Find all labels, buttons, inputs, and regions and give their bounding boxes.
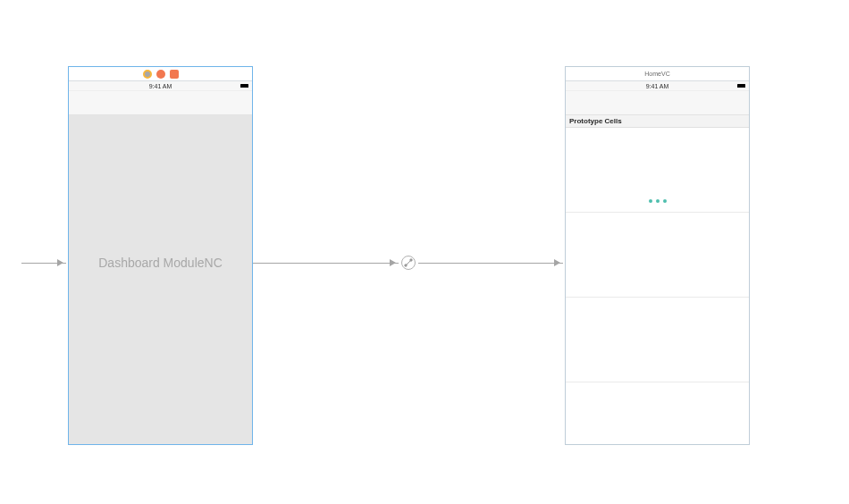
status-bar: 9:41 AM <box>69 81 252 91</box>
prototype-cell[interactable] <box>566 213 749 298</box>
viewcontroller-placeholder-label: Dashboard ModuleNC <box>98 256 223 270</box>
scene-titlebar[interactable]: HomeVC <box>566 67 749 81</box>
scene-titlebar[interactable] <box>69 67 252 81</box>
svg-point-1 <box>410 259 412 261</box>
segue-node[interactable] <box>401 256 416 270</box>
exit-icon[interactable] <box>170 70 179 79</box>
initial-viewcontroller-arrow[interactable] <box>21 263 66 264</box>
navigation-bar[interactable] <box>566 91 749 115</box>
scene-icons <box>143 70 179 79</box>
viewcontroller-home[interactable]: HomeVC 9:41 AM Prototype Cells <box>565 66 750 445</box>
segue-arrow-right[interactable] <box>418 263 563 264</box>
status-bar: 9:41 AM <box>566 81 749 91</box>
storyboard-canvas[interactable]: 9:41 AM Dashboard ModuleNC HomeVC 9:41 A… <box>0 0 849 504</box>
first-responder-icon[interactable] <box>156 70 165 79</box>
status-time: 9:41 AM <box>149 83 172 89</box>
battery-icon <box>737 84 745 88</box>
battery-icon <box>240 84 248 88</box>
page-dot <box>656 199 660 203</box>
prototype-cell[interactable] <box>566 298 749 382</box>
navigation-bar[interactable] <box>69 91 252 115</box>
segue-kind-icon <box>404 258 413 267</box>
prototype-cells-header: Prototype Cells <box>566 115 749 128</box>
scene-title: HomeVC <box>644 71 669 77</box>
svg-point-0 <box>405 265 407 266</box>
segue-arrow-left[interactable] <box>253 263 399 264</box>
prototype-cell[interactable] <box>566 128 749 213</box>
viewcontroller-body[interactable]: 9:41 AM Dashboard ModuleNC <box>69 81 252 444</box>
viewcontroller-icon[interactable] <box>143 70 152 79</box>
viewcontroller-body[interactable]: 9:41 AM Prototype Cells <box>566 81 749 444</box>
status-time: 9:41 AM <box>646 83 669 89</box>
page-dot <box>649 199 652 203</box>
page-control[interactable] <box>649 199 667 203</box>
table-view[interactable]: Prototype Cells <box>566 115 749 444</box>
viewcontroller-dashboard[interactable]: 9:41 AM Dashboard ModuleNC <box>68 66 253 445</box>
root-view[interactable] <box>69 115 252 444</box>
page-dot <box>663 199 667 203</box>
